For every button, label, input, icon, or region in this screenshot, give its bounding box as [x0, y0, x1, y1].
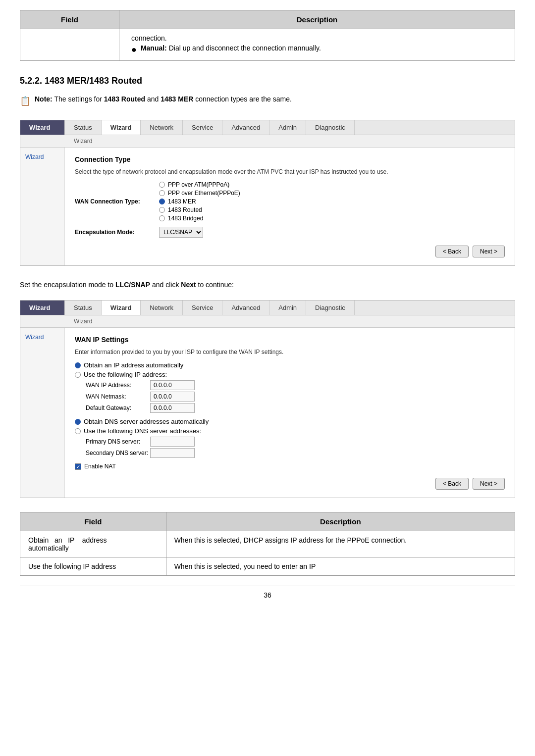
router-sidebar-1: Wizard	[20, 148, 65, 265]
bottom-table-field-header: Field	[20, 512, 166, 531]
radio-use-following-ip[interactable]: Use the following IP address:	[75, 371, 505, 378]
nav-wizard-label-2: Wizard	[20, 301, 65, 315]
nav-admin-1[interactable]: Admin	[269, 120, 306, 135]
wan-netmask-label: WAN Netmask:	[86, 393, 150, 400]
radio-use-following-dns[interactable]: Use the following DNS server addresses:	[75, 427, 505, 435]
radio-circle-pppoethernet	[159, 190, 165, 196]
sidebar-wizard-1[interactable]: Wizard	[25, 153, 59, 160]
default-gw-row: Default Gateway:	[86, 403, 505, 413]
btn-row-1: < Back Next >	[75, 246, 505, 257]
btn-row-2: < Back Next >	[75, 478, 505, 490]
router-widget-1: Wizard Status Wizard Network Service Adv…	[20, 120, 515, 266]
para-text: Set the encapsulation mode to LLC/SNAP a…	[20, 280, 515, 290]
router-sidebar-2: Wizard	[20, 328, 65, 498]
radio-label-pppoatm: PPP over ATM(PPPoA)	[168, 181, 229, 188]
top-table-desc-header: Description	[119, 10, 515, 29]
radio-circle-1483routed	[159, 207, 165, 213]
page-divider	[20, 586, 515, 586]
ip-options-section: Obtain an IP address automatically Use t…	[75, 361, 505, 413]
table-row: connection. ● Manual: Dial up and discon…	[20, 29, 515, 61]
router-nav-2: Wizard Status Wizard Network Service Adv…	[20, 301, 515, 315]
radio-1483bridged[interactable]: 1483 Bridged	[159, 215, 240, 222]
back-button-1[interactable]: < Back	[435, 246, 469, 257]
nav-advanced-2[interactable]: Advanced	[222, 301, 269, 315]
nav-status-2[interactable]: Status	[65, 301, 102, 315]
router-nav-1: Wizard Status Wizard Network Service Adv…	[20, 120, 515, 135]
top-table: Field Description connection. ● Manual: …	[20, 10, 515, 61]
default-gw-input[interactable]	[150, 403, 195, 413]
wan-netmask-input[interactable]	[150, 392, 195, 402]
wan-ip-label: WAN IP Address:	[86, 382, 150, 389]
radio-circle-use-following-dns	[75, 428, 81, 434]
nav-service-1[interactable]: Service	[183, 120, 222, 135]
content-title-1: Connection Type	[75, 155, 505, 163]
radio-obtain-auto[interactable]: Obtain an IP address automatically	[75, 361, 505, 369]
note-prefix: Note:	[35, 95, 53, 103]
primary-dns-label: Primary DNS server:	[86, 438, 150, 445]
back-button-2[interactable]: < Back	[435, 478, 469, 490]
enable-nat-label: Enable NAT	[84, 463, 116, 470]
content-desc-2: Enter information provided to you by you…	[75, 349, 505, 355]
table-row: Use the following IP address When this i…	[20, 557, 515, 576]
wan-ip-row: WAN IP Address:	[86, 380, 505, 390]
next-button-1[interactable]: Next >	[473, 246, 505, 257]
radio-label-pppoethernet: PPP over Ethernet(PPPoE)	[168, 190, 240, 197]
nav-wizard-1[interactable]: Wizard	[102, 120, 141, 135]
obtain-ip-desc: When this is selected, DHCP assigns IP a…	[166, 531, 515, 557]
radio-1483routed[interactable]: 1483 Routed	[159, 206, 240, 213]
nav-status-1[interactable]: Status	[65, 120, 102, 135]
secondary-dns-label: Secondary DNS server:	[86, 450, 150, 456]
content-title-2: WAN IP Settings	[75, 336, 505, 344]
nav-advanced-1[interactable]: Advanced	[222, 120, 269, 135]
radio-label-1483routed: 1483 Routed	[168, 206, 202, 213]
wan-ip-input[interactable]	[150, 380, 195, 390]
primary-dns-input[interactable]	[150, 437, 195, 447]
radio-circle-use-following-ip	[75, 372, 81, 378]
enable-nat-checkbox[interactable]: ✓	[75, 463, 81, 470]
nav-admin-2[interactable]: Admin	[269, 301, 306, 315]
obtain-ip-field: Obtain an IP addressautomatically	[20, 531, 166, 557]
bullet-item: ● Manual: Dial up and disconnect the con…	[131, 44, 507, 55]
desc-line1: connection.	[131, 34, 507, 42]
next-button-2[interactable]: Next >	[473, 478, 505, 490]
nav-diagnostic-2[interactable]: Diagnostic	[306, 301, 355, 315]
radio-pppoatm[interactable]: PPP over ATM(PPPoA)	[159, 181, 240, 188]
section-heading: 5.2.2. 1483 MER/1483 Routed	[20, 76, 515, 86]
nav-service-2[interactable]: Service	[183, 301, 222, 315]
note-box: 📋 Note: The settings for 1483 Routed and…	[20, 94, 515, 108]
router-widget-2: Wizard Status Wizard Network Service Adv…	[20, 300, 515, 498]
sidebar-wizard-2[interactable]: Wizard	[25, 334, 59, 341]
radio-1483mer[interactable]: 1483 MER	[159, 198, 240, 205]
nav-diagnostic-1[interactable]: Diagnostic	[306, 120, 355, 135]
router-nav-sub-2: Wizard	[20, 315, 515, 328]
table-row: Obtain an IP addressautomatically When t…	[20, 531, 515, 557]
encap-select[interactable]: LLC/SNAP VC MUX	[159, 227, 203, 238]
nav-wizard-label-1: Wizard	[20, 120, 65, 135]
radio-obtain-dns-auto[interactable]: Obtain DNS server addresses automaticall…	[75, 418, 505, 425]
router-body-2: Wizard WAN IP Settings Enter information…	[20, 328, 515, 498]
radio-label-use-following-ip: Use the following IP address:	[84, 371, 167, 378]
radio-label-1483mer: 1483 MER	[168, 198, 196, 205]
bottom-table-desc-header: Description	[166, 512, 515, 531]
wan-netmask-row: WAN Netmask:	[86, 392, 505, 402]
router-content-1: Connection Type Select the type of netwo…	[65, 148, 515, 265]
nav-network-2[interactable]: Network	[141, 301, 183, 315]
ip-sub-fields: WAN IP Address: WAN Netmask: Default Gat…	[86, 380, 505, 413]
radio-circle-pppoatm	[159, 182, 165, 188]
dns-sub-fields: Primary DNS server: Secondary DNS server…	[86, 437, 505, 458]
wan-type-label: WAN Connection Type:	[75, 198, 159, 205]
nav-wizard-2[interactable]: Wizard	[102, 301, 141, 315]
secondary-dns-input[interactable]	[150, 448, 195, 458]
radio-circle-1483mer	[159, 199, 165, 204]
enable-nat-row: ✓ Enable NAT	[75, 463, 505, 470]
radio-label-use-following-dns: Use the following DNS server addresses:	[84, 427, 201, 435]
llcsnap-bold: LLC/SNAP	[115, 281, 150, 289]
top-table-field-header: Field	[20, 10, 119, 29]
radio-pppoethernet[interactable]: PPP over Ethernet(PPPoE)	[159, 190, 240, 197]
radio-label-obtain-auto: Obtain an IP address automatically	[84, 361, 183, 369]
nav-network-1[interactable]: Network	[141, 120, 183, 135]
note-text: Note: The settings for 1483 Routed and 1…	[35, 94, 292, 104]
note-icon: 📋	[20, 95, 31, 108]
wan-type-options: PPP over ATM(PPPoA) PPP over Ethernet(PP…	[159, 181, 240, 222]
bullet-bold: Manual:	[141, 44, 167, 52]
